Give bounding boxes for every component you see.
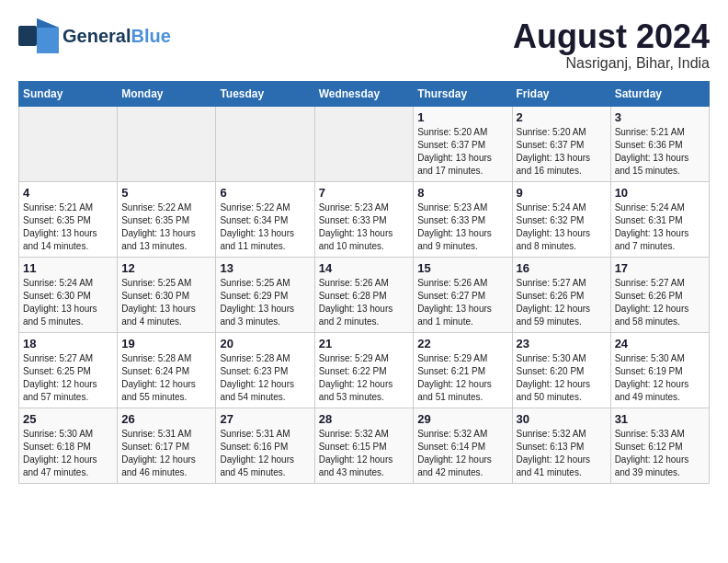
day-number: 23	[517, 337, 607, 350]
day-number: 29	[417, 412, 507, 426]
day-number: 15	[417, 261, 507, 275]
day-info: Sunrise: 5:24 AM Sunset: 6:30 PM Dayligh…	[23, 277, 113, 328]
day-number: 18	[23, 337, 113, 350]
calendar-cell: 24Sunrise: 5:30 AM Sunset: 6:19 PM Dayli…	[610, 332, 709, 408]
day-header-thursday: Thursday	[414, 81, 512, 106]
calendar-cell: 14Sunrise: 5:26 AM Sunset: 6:28 PM Dayli…	[314, 257, 414, 332]
calendar-cell: 26Sunrise: 5:31 AM Sunset: 6:17 PM Dayli…	[118, 408, 216, 483]
day-number: 1	[417, 110, 507, 124]
day-header-monday: Monday	[118, 81, 216, 106]
calendar-cell: 1Sunrise: 5:20 AM Sunset: 6:37 PM Daylig…	[414, 106, 512, 181]
calendar-cell: 16Sunrise: 5:27 AM Sunset: 6:26 PM Dayli…	[512, 257, 610, 332]
day-info: Sunrise: 5:22 AM Sunset: 6:34 PM Dayligh…	[220, 201, 310, 253]
day-info: Sunrise: 5:28 AM Sunset: 6:23 PM Dayligh…	[220, 352, 310, 404]
calendar-title: August 2024	[513, 18, 710, 55]
day-header-sunday: Sunday	[19, 81, 118, 106]
calendar-week-4: 18Sunrise: 5:27 AM Sunset: 6:25 PM Dayli…	[19, 332, 710, 408]
calendar-cell: 22Sunrise: 5:29 AM Sunset: 6:21 PM Dayli…	[414, 332, 512, 408]
day-info: Sunrise: 5:27 AM Sunset: 6:26 PM Dayligh…	[517, 277, 607, 328]
calendar-cell: 19Sunrise: 5:28 AM Sunset: 6:24 PM Dayli…	[118, 332, 216, 408]
calendar-cell: 21Sunrise: 5:29 AM Sunset: 6:22 PM Dayli…	[314, 332, 414, 408]
day-info: Sunrise: 5:31 AM Sunset: 6:17 PM Dayligh…	[121, 428, 211, 479]
logo-text-blue: Blue	[131, 26, 170, 46]
calendar-cell: 23Sunrise: 5:30 AM Sunset: 6:20 PM Dayli…	[512, 332, 610, 408]
day-number: 25	[23, 412, 113, 426]
calendar-cell	[314, 106, 414, 181]
day-info: Sunrise: 5:30 AM Sunset: 6:19 PM Dayligh…	[615, 352, 705, 404]
calendar-week-5: 25Sunrise: 5:30 AM Sunset: 6:18 PM Dayli…	[19, 408, 710, 483]
calendar-cell: 25Sunrise: 5:30 AM Sunset: 6:18 PM Dayli…	[19, 408, 118, 483]
day-header-saturday: Saturday	[610, 81, 709, 106]
day-info: Sunrise: 5:20 AM Sunset: 6:37 PM Dayligh…	[517, 126, 607, 178]
calendar-cell: 4Sunrise: 5:21 AM Sunset: 6:35 PM Daylig…	[19, 181, 118, 257]
day-info: Sunrise: 5:27 AM Sunset: 6:25 PM Dayligh…	[23, 352, 113, 404]
day-info: Sunrise: 5:27 AM Sunset: 6:26 PM Dayligh…	[615, 277, 705, 328]
calendar-cell: 27Sunrise: 5:31 AM Sunset: 6:16 PM Dayli…	[216, 408, 314, 483]
svg-marker-2	[37, 18, 59, 28]
day-header-wednesday: Wednesday	[314, 81, 414, 106]
day-number: 6	[220, 186, 310, 200]
day-number: 17	[615, 261, 705, 275]
day-info: Sunrise: 5:20 AM Sunset: 6:37 PM Dayligh…	[417, 126, 507, 178]
calendar-cell: 5Sunrise: 5:22 AM Sunset: 6:35 PM Daylig…	[118, 181, 216, 257]
calendar-cell: 13Sunrise: 5:25 AM Sunset: 6:29 PM Dayli…	[216, 257, 314, 332]
calendar-cell	[118, 106, 216, 181]
day-info: Sunrise: 5:28 AM Sunset: 6:24 PM Dayligh…	[121, 352, 211, 404]
day-info: Sunrise: 5:32 AM Sunset: 6:15 PM Dayligh…	[319, 428, 410, 479]
day-number: 24	[615, 337, 705, 350]
svg-rect-0	[18, 26, 37, 46]
logo-icon	[18, 18, 59, 53]
day-info: Sunrise: 5:31 AM Sunset: 6:16 PM Dayligh…	[220, 428, 310, 479]
calendar-cell: 15Sunrise: 5:26 AM Sunset: 6:27 PM Dayli…	[414, 257, 512, 332]
calendar-cell: 6Sunrise: 5:22 AM Sunset: 6:34 PM Daylig…	[216, 181, 314, 257]
calendar-header-row: SundayMondayTuesdayWednesdayThursdayFrid…	[19, 81, 710, 106]
day-number: 5	[121, 186, 211, 200]
day-info: Sunrise: 5:25 AM Sunset: 6:30 PM Dayligh…	[121, 277, 211, 328]
day-number: 10	[615, 186, 705, 200]
day-info: Sunrise: 5:25 AM Sunset: 6:29 PM Dayligh…	[220, 277, 310, 328]
page-header: GeneralBlue August 2024 Nasriganj, Bihar…	[18, 18, 710, 72]
day-number: 11	[23, 261, 113, 275]
day-info: Sunrise: 5:26 AM Sunset: 6:27 PM Dayligh…	[417, 277, 507, 328]
calendar-cell: 7Sunrise: 5:23 AM Sunset: 6:33 PM Daylig…	[314, 181, 414, 257]
day-number: 13	[220, 261, 310, 275]
day-info: Sunrise: 5:29 AM Sunset: 6:21 PM Dayligh…	[417, 352, 507, 404]
calendar-cell: 2Sunrise: 5:20 AM Sunset: 6:37 PM Daylig…	[512, 106, 610, 181]
day-info: Sunrise: 5:30 AM Sunset: 6:18 PM Dayligh…	[23, 428, 113, 479]
title-block: August 2024 Nasriganj, Bihar, India	[513, 18, 710, 72]
day-number: 7	[319, 186, 410, 200]
calendar-cell: 30Sunrise: 5:32 AM Sunset: 6:13 PM Dayli…	[512, 408, 610, 483]
day-number: 26	[121, 412, 211, 426]
day-number: 16	[517, 261, 607, 275]
day-info: Sunrise: 5:30 AM Sunset: 6:20 PM Dayligh…	[517, 352, 607, 404]
calendar-cell: 18Sunrise: 5:27 AM Sunset: 6:25 PM Dayli…	[19, 332, 118, 408]
day-number: 2	[517, 110, 607, 124]
calendar-cell: 11Sunrise: 5:24 AM Sunset: 6:30 PM Dayli…	[19, 257, 118, 332]
day-info: Sunrise: 5:29 AM Sunset: 6:22 PM Dayligh…	[319, 352, 410, 404]
day-info: Sunrise: 5:22 AM Sunset: 6:35 PM Dayligh…	[121, 201, 211, 253]
calendar-cell: 9Sunrise: 5:24 AM Sunset: 6:32 PM Daylig…	[512, 181, 610, 257]
day-number: 19	[121, 337, 211, 350]
day-number: 22	[417, 337, 507, 350]
calendar-cell: 8Sunrise: 5:23 AM Sunset: 6:33 PM Daylig…	[414, 181, 512, 257]
day-info: Sunrise: 5:32 AM Sunset: 6:13 PM Dayligh…	[517, 428, 607, 479]
calendar-subtitle: Nasriganj, Bihar, India	[513, 55, 710, 72]
day-info: Sunrise: 5:21 AM Sunset: 6:36 PM Dayligh…	[615, 126, 705, 178]
day-header-friday: Friday	[512, 81, 610, 106]
day-number: 9	[517, 186, 607, 200]
day-info: Sunrise: 5:21 AM Sunset: 6:35 PM Dayligh…	[23, 201, 113, 253]
day-number: 4	[23, 186, 113, 200]
day-info: Sunrise: 5:26 AM Sunset: 6:28 PM Dayligh…	[319, 277, 410, 328]
calendar-cell: 20Sunrise: 5:28 AM Sunset: 6:23 PM Dayli…	[216, 332, 314, 408]
day-info: Sunrise: 5:32 AM Sunset: 6:14 PM Dayligh…	[417, 428, 507, 479]
calendar-week-1: 1Sunrise: 5:20 AM Sunset: 6:37 PM Daylig…	[19, 106, 710, 181]
day-info: Sunrise: 5:23 AM Sunset: 6:33 PM Dayligh…	[319, 201, 410, 253]
calendar-cell: 12Sunrise: 5:25 AM Sunset: 6:30 PM Dayli…	[118, 257, 216, 332]
calendar-cell: 10Sunrise: 5:24 AM Sunset: 6:31 PM Dayli…	[610, 181, 709, 257]
day-info: Sunrise: 5:24 AM Sunset: 6:31 PM Dayligh…	[615, 201, 705, 253]
calendar-cell: 31Sunrise: 5:33 AM Sunset: 6:12 PM Dayli…	[610, 408, 709, 483]
day-number: 8	[417, 186, 507, 200]
logo: GeneralBlue	[18, 18, 171, 53]
day-number: 27	[220, 412, 310, 426]
day-number: 31	[615, 412, 705, 426]
